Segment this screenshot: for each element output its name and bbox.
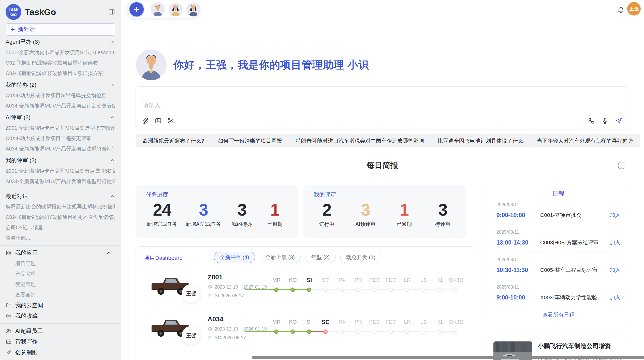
chevron-up-icon <box>110 158 115 163</box>
my-apps-header[interactable]: 我的应用 <box>6 248 115 258</box>
join-link[interactable]: 加入 <box>610 212 620 219</box>
dashboard-tab[interactable]: 动总开发 (1) <box>340 252 382 263</box>
microphone-icon[interactable] <box>602 117 609 124</box>
folder-icon <box>6 302 12 308</box>
user-avatar[interactable]: 王强 <box>627 2 641 16</box>
join-link[interactable]: 加入 <box>610 266 620 274</box>
milestone-dot <box>405 329 409 334</box>
stat: 2 进行中 <box>315 201 339 228</box>
scissors-icon[interactable] <box>167 117 174 124</box>
send-icon[interactable] <box>615 117 622 124</box>
attachment-icon[interactable] <box>142 117 149 124</box>
join-link[interactable]: 加入 <box>610 239 620 246</box>
sidebar-task-item[interactable]: C02-飞腾新能源轻客改款项目立项汇报方案 <box>6 68 115 79</box>
app-sub-item[interactable]: 查看全部... <box>6 290 115 300</box>
section-title: Agent已办 (3) <box>6 38 110 46</box>
sidebar-task-item[interactable]: Z001-全新燃油皮卡产品开发项目SI节点Lesson Learn报告 <box>6 47 115 58</box>
schedule-view-all-link[interactable]: 查看所有日程 <box>496 311 620 318</box>
stat-value: 24 <box>147 201 177 219</box>
sidebar-task-item[interactable]: Z001-全新燃油轻卡产品开发项目SI节点属性5D文件评审 <box>6 166 115 176</box>
sidebar-tool[interactable]: 创意制图 <box>6 347 115 358</box>
sidebar-section-header[interactable]: Agent已办 (3) <box>6 37 115 47</box>
chevron-up-icon <box>110 82 115 88</box>
sidebar-section-header[interactable]: 我的评审 (2) <box>6 155 115 166</box>
join-link[interactable]: 加入 <box>610 294 620 301</box>
suggestion-chip[interactable]: 如何写一份清晰的项目周报 <box>211 134 289 147</box>
chevron-up-icon <box>110 115 115 120</box>
pen-icon <box>6 349 12 355</box>
milestone-dot <box>438 288 442 292</box>
chevron-up-icon <box>110 39 115 45</box>
milestone-label: OKTB <box>445 319 468 325</box>
schedule-date: 2025/03/11 <box>496 284 620 290</box>
suggestion-chip[interactable]: 特朗普可能对进口汽车增税会对中国车企造成哪些影响 <box>289 134 431 147</box>
schedule-time: 9:00-10:00 <box>496 294 540 301</box>
flag-icon <box>208 293 212 298</box>
schedule-item: 2025/03/11 9:00-10:00 X003-车辆动力学性能验... 加… <box>496 280 620 307</box>
app-sub-item[interactable]: 变更管理 <box>6 279 115 290</box>
session-avatar-1[interactable] <box>151 2 165 17</box>
suggestion-chip[interactable]: 欧洲新规最近颁布了什么? <box>136 134 211 147</box>
stat-value: 1 <box>392 201 416 219</box>
recent-chat-item[interactable]: 查看全部... <box>6 233 115 243</box>
layout-grid-icon[interactable] <box>618 162 625 169</box>
project-row[interactable]: 王强 Z001 2023-12-19 ~ 2027-01-19 SI-2025-… <box>136 268 476 310</box>
stat: 3 待评审 <box>431 201 455 228</box>
stat-label: 待评审 <box>431 221 455 228</box>
sidebar-task-item[interactable]: A034-全新新能源MUV产品开发项目计划变更表编写 <box>6 101 115 111</box>
stat-value: 3 <box>186 201 221 219</box>
recent-chat-item[interactable]: C02-飞腾新能源轻客改款项目的闭环通告反馈情况 <box>6 212 115 222</box>
schedule-name: X003-车辆动力学性能验... <box>540 294 610 301</box>
project-row[interactable]: 王强 A034 2023-12-19 ~ 2026-01-19 SC-2025-… <box>136 310 476 352</box>
horizontal-scrollbar-thumb[interactable] <box>252 356 644 359</box>
stat: 1 已逾期 <box>392 201 416 228</box>
stats-card-title: 任务进度 <box>146 191 288 199</box>
sidebar-tool[interactable]: 帮我写作 <box>6 336 115 347</box>
shortcut-label: 我的云空间 <box>15 302 115 309</box>
clock-icon <box>208 285 212 290</box>
suggestion-chip[interactable]: 比亚迪全固态电池计划具体说了什么 <box>431 134 530 147</box>
sidebar-task-item[interactable]: C0X4-动力总成开发项目工程变更评审 <box>6 133 115 144</box>
milestone-label: OKTB <box>445 277 468 283</box>
dashboard-tab[interactable]: 年型 (2) <box>305 252 336 263</box>
schedule-item: 2025/03/11 9:00-10:00 C001-立项审批会 加入 <box>496 198 620 225</box>
stat-label: 进行中 <box>315 221 339 228</box>
schedule-item: 2025/03/11 13:00-14:30 C003|H0B-方案冻结评审 加… <box>496 225 620 252</box>
sidebar-task-item[interactable]: C02-飞腾新能源轻客改款项目里程碑画布 <box>6 58 115 68</box>
sidebar-collapse-icon[interactable] <box>108 8 115 16</box>
dashboard-tab[interactable]: 全新平台 (4) <box>214 252 255 263</box>
main-area: 王强 你好，王强，我是你的项目管理助理 小识 欧洲新规最近颁布了什么?如何写一份… <box>121 0 644 360</box>
session-avatar-3[interactable] <box>186 2 200 17</box>
milestone-dot <box>323 288 328 292</box>
sidebar-task-item[interactable]: A034-全新新能源MUV产品开发项目造型可行性评审 <box>6 176 115 187</box>
suggestion-chip[interactable]: 当下年轻人对汽车外观有怎样的喜好趋势 <box>530 134 640 147</box>
recent-chats-header[interactable]: 最近对话 <box>6 191 115 202</box>
recent-chat-item[interactable]: 解释最新出台的欧盟报废车法规再生塑料比例被调至15%... <box>6 202 115 212</box>
daily-briefing-title: 每日简报 <box>136 160 629 171</box>
schedule-item: 2025/03/11 10:30-11:30 C005-整车工程目标评审 加入 <box>496 252 620 280</box>
sidebar-section-header[interactable]: AI评审 (3) <box>6 112 115 123</box>
app-sub-item[interactable]: 产品管理 <box>6 269 115 279</box>
recent-chat-item[interactable]: 公司Q3轻卡销量 <box>6 222 115 233</box>
greeting-text: 你好，王强，我是你的项目管理助理 小识 <box>173 58 369 72</box>
sidebar-task-item[interactable]: Z001-全新燃油轻卡产品开发项目SI造型提交物评审 <box>6 123 115 133</box>
milestone-dot <box>274 329 279 334</box>
milestone-dot <box>274 288 279 292</box>
sidebar-section-header[interactable]: 我的待办 (2) <box>6 80 115 90</box>
dashboard-tab[interactable]: 全新上装 (3) <box>260 252 301 263</box>
input-right-icons <box>588 117 622 124</box>
sidebar-task-item[interactable]: C0X4-动力总成开发项目SI里程碑提交物检查 <box>6 90 115 101</box>
add-session-button[interactable] <box>129 2 144 17</box>
vehicle-image <box>150 354 192 360</box>
sidebar-shortcut[interactable]: 我的收藏 <box>6 311 115 321</box>
sidebar-tool[interactable]: AI超级员工 <box>6 326 115 336</box>
image-icon[interactable] <box>155 117 162 124</box>
app-sub-item[interactable]: 项目管理 <box>6 258 115 269</box>
session-avatar-2[interactable] <box>168 2 183 17</box>
new-chat-button[interactable]: 新对话 <box>6 23 115 36</box>
notification-bell-icon[interactable] <box>617 6 625 14</box>
sidebar-shortcut[interactable]: 我的云空间 <box>6 300 115 311</box>
chat-input[interactable] <box>142 101 449 114</box>
phone-icon[interactable] <box>588 117 595 124</box>
sidebar-task-item[interactable]: A034-全新新能源MUV产品开发项目法规符合性评审 <box>6 144 115 154</box>
